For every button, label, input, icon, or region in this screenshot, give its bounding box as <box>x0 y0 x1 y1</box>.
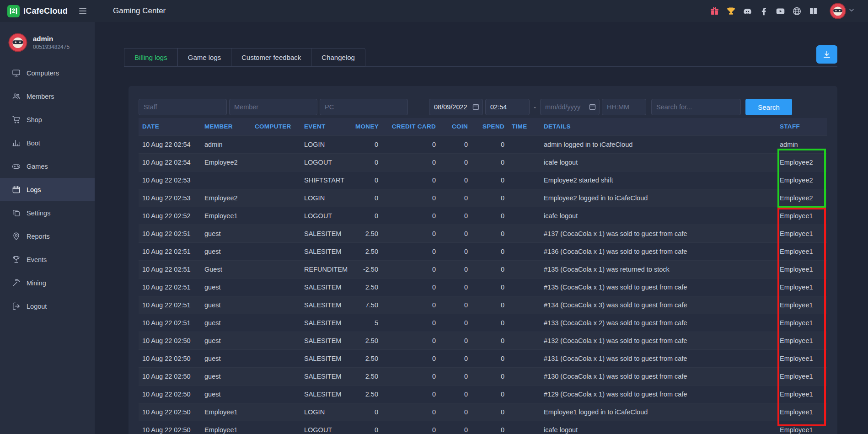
menu-toggle-button[interactable] <box>77 5 88 16</box>
cell-member: guest <box>201 367 251 385</box>
sidebar-nav: ComputersMembersShopBootGamesLogsSetting… <box>0 61 95 318</box>
table-row[interactable]: 10 Aug 22 02:54adminLOGIN0000admin logge… <box>139 135 827 153</box>
table-row[interactable]: 10 Aug 22 02:50guestSALESITEM2.50000#131… <box>139 349 827 367</box>
calendar-icon[interactable] <box>589 103 596 111</box>
download-button[interactable] <box>816 45 837 64</box>
time-from-input[interactable] <box>485 99 530 115</box>
cell-coin: 0 <box>439 171 472 189</box>
table-row[interactable]: 10 Aug 22 02:54Employee2LOGOUT0000icafe … <box>139 153 827 171</box>
cell-event: LOGIN <box>300 135 352 153</box>
range-separator: - <box>534 103 536 111</box>
table-row[interactable]: 10 Aug 22 02:50guestSALESITEM2.50000#129… <box>139 385 827 403</box>
cell-computer <box>251 314 300 332</box>
cell-staff: Employee1 <box>776 225 827 242</box>
cell-member: guest <box>201 314 251 332</box>
staff-filter-input[interactable] <box>139 99 227 115</box>
discord-icon[interactable] <box>743 6 752 16</box>
cell-money: 2.50 <box>352 332 382 349</box>
column-header-credit-card: CREDIT CARD <box>382 118 439 135</box>
time-to-input[interactable] <box>602 99 646 115</box>
trophy-icon[interactable] <box>726 6 736 16</box>
facebook-icon[interactable] <box>759 6 769 16</box>
table-row[interactable]: 10 Aug 22 02:50guestSALESITEM2.50000#132… <box>139 332 827 349</box>
cell-time <box>508 332 540 349</box>
sidebar-item-logs[interactable]: Logs <box>0 178 95 201</box>
calendar-icon[interactable] <box>472 103 480 111</box>
cell-event: SHIFTSTART <box>300 171 352 189</box>
sidebar: admin 005193482475 ComputersMembersShopB… <box>0 22 95 434</box>
column-header-coin: COIN <box>439 118 472 135</box>
youtube-icon[interactable] <box>776 6 785 16</box>
sidebar-user-card: admin 005193482475 <box>0 22 95 61</box>
cell-computer <box>251 332 300 349</box>
cell-spend: 0 <box>472 260 508 278</box>
pc-filter-input[interactable] <box>320 99 408 115</box>
user-menu[interactable] <box>830 3 855 19</box>
cell-time <box>508 421 540 434</box>
cell-money: 0 <box>352 189 382 207</box>
tab-bar: Billing logsGame logsCustomer feedbackCh… <box>124 45 837 67</box>
search-input[interactable] <box>651 99 741 115</box>
book-icon[interactable] <box>809 6 818 16</box>
avatar <box>8 33 27 52</box>
tab-billing-logs[interactable]: Billing logs <box>124 48 177 66</box>
cell-details: #137 (CocaCola x 1) was sold to guest fr… <box>540 225 776 242</box>
table-row[interactable]: 10 Aug 22 02:50guestSALESITEM2.50000#130… <box>139 367 827 385</box>
cell-credit-card: 0 <box>382 207 439 225</box>
table-row[interactable]: 10 Aug 22 02:50Employee1LOGIN0000Employe… <box>139 403 827 421</box>
cell-date: 10 Aug 22 02:52 <box>139 207 201 225</box>
download-icon <box>822 50 831 59</box>
table-row[interactable]: 10 Aug 22 02:51GuestREFUNDITEM-2.50000#1… <box>139 260 827 278</box>
cell-time <box>508 403 540 421</box>
cell-date: 10 Aug 22 02:51 <box>139 225 201 242</box>
cell-money: 2.50 <box>352 385 382 403</box>
member-filter-input[interactable] <box>229 99 317 115</box>
cell-time <box>508 153 540 171</box>
cell-credit-card: 0 <box>382 349 439 367</box>
table-row[interactable]: 10 Aug 22 02:51guestSALESITEM7.50000#134… <box>139 296 827 314</box>
sidebar-item-mining[interactable]: Mining <box>0 271 95 295</box>
cell-computer <box>251 278 300 296</box>
cell-money: 0 <box>352 135 382 153</box>
members-icon <box>12 92 21 101</box>
gift-icon[interactable] <box>710 6 719 16</box>
cell-time <box>508 225 540 242</box>
table-row[interactable]: 10 Aug 22 02:51guestSALESITEM5000#133 (C… <box>139 314 827 332</box>
table-row[interactable]: 10 Aug 22 02:51guestSALESITEM2.50000#135… <box>139 278 827 296</box>
cell-time <box>508 171 540 189</box>
sidebar-item-settings[interactable]: Settings <box>0 201 95 225</box>
table-row[interactable]: 10 Aug 22 02:53SHIFTSTART0000Employee2 s… <box>139 171 827 189</box>
cell-coin: 0 <box>439 385 472 403</box>
sidebar-item-members[interactable]: Members <box>0 85 95 108</box>
tab-customer-feedback[interactable]: Customer feedback <box>231 48 311 66</box>
tab-changelog[interactable]: Changelog <box>311 48 365 66</box>
log-table-body: 10 Aug 22 02:54adminLOGIN0000admin logge… <box>139 135 827 434</box>
cell-staff: Employee1 <box>776 242 827 260</box>
sidebar-item-games[interactable]: Games <box>0 155 95 178</box>
cell-computer <box>251 403 300 421</box>
table-row[interactable]: 10 Aug 22 02:50Employee1LOGOUT0000icafe … <box>139 421 827 434</box>
cell-member: Employee1 <box>201 421 251 434</box>
table-row[interactable]: 10 Aug 22 02:51guestSALESITEM2.50000#136… <box>139 242 827 260</box>
sidebar-item-shop[interactable]: Shop <box>0 108 95 131</box>
sidebar-item-reports[interactable]: Reports <box>0 225 95 248</box>
cell-event: LOGIN <box>300 403 352 421</box>
cell-staff: Employee1 <box>776 314 827 332</box>
sidebar-item-events[interactable]: Events <box>0 248 95 271</box>
cell-date: 10 Aug 22 02:54 <box>139 135 201 153</box>
cell-event: SALESITEM <box>300 225 352 242</box>
cell-money: 0 <box>352 403 382 421</box>
sidebar-item-computers[interactable]: Computers <box>0 61 95 85</box>
sidebar-item-logout[interactable]: Logout <box>0 295 95 318</box>
tab-game-logs[interactable]: Game logs <box>177 48 231 66</box>
cell-member: Employee2 <box>201 189 251 207</box>
cell-credit-card: 0 <box>382 242 439 260</box>
sidebar-item-boot[interactable]: Boot <box>0 131 95 155</box>
cell-member <box>201 171 251 189</box>
search-button[interactable]: Search <box>745 99 792 115</box>
table-row[interactable]: 10 Aug 22 02:51guestSALESITEM2.50000#137… <box>139 225 827 242</box>
globe-icon[interactable] <box>792 6 802 16</box>
table-row[interactable]: 10 Aug 22 02:53Employee2LOGIN0000Employe… <box>139 189 827 207</box>
table-row[interactable]: 10 Aug 22 02:52Employee1LOGOUT0000icafe … <box>139 207 827 225</box>
cell-date: 10 Aug 22 02:51 <box>139 242 201 260</box>
